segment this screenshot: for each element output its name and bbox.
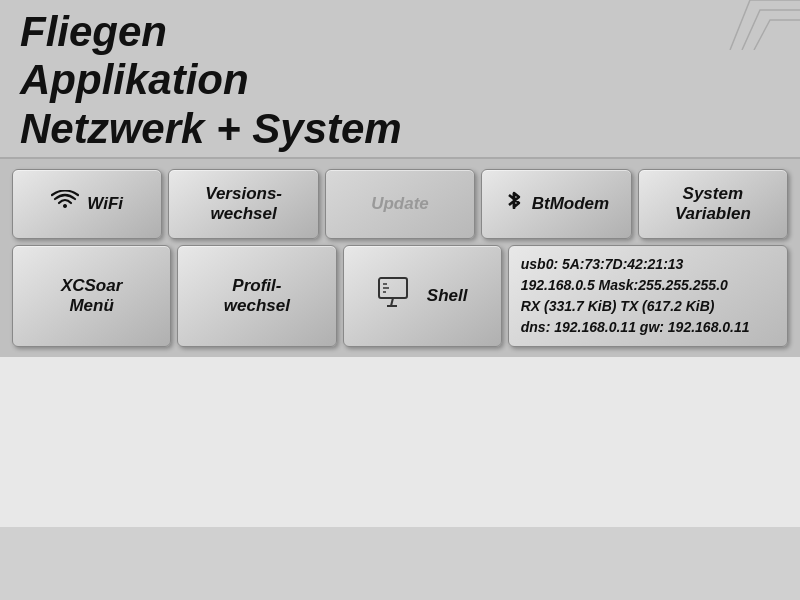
button-row-1: WiFi Versions- wechsel Update BtModem Sy… xyxy=(12,169,788,239)
bottom-area xyxy=(0,357,800,527)
btmodem-label: BtModem xyxy=(532,194,609,214)
systemvariablen-button[interactable]: System Variablen xyxy=(638,169,788,239)
header: Fliegen Applikation Netzwerk + System xyxy=(0,0,800,159)
svg-line-2 xyxy=(391,298,393,306)
network-info: usb0: 5A:73:7D:42:21:13 192.168.0.5 Mask… xyxy=(508,245,788,347)
network-line1: usb0: 5A:73:7D:42:21:13 xyxy=(521,254,750,275)
button-row-2: XCSoar Menü Profil- wechsel Shell usb0: xyxy=(12,245,788,347)
wifi-label: WiFi xyxy=(87,194,123,214)
update-label: Update xyxy=(371,194,429,214)
update-button[interactable]: Update xyxy=(325,169,475,239)
title-line1: Fliegen xyxy=(20,8,780,56)
wifi-button[interactable]: WiFi xyxy=(12,169,162,239)
versionswechsel-label: Versions- wechsel xyxy=(205,184,282,224)
bluetooth-icon xyxy=(504,189,524,218)
shell-label: Shell xyxy=(427,286,468,306)
profilwechsel-button[interactable]: Profil- wechsel xyxy=(177,245,336,347)
shell-button[interactable]: Shell xyxy=(343,245,502,347)
buttons-section: WiFi Versions- wechsel Update BtModem Sy… xyxy=(0,159,800,357)
network-line3: RX (331.7 KiB) TX (617.2 KiB) xyxy=(521,296,750,317)
network-line4: dns: 192.168.0.11 gw: 192.168.0.11 xyxy=(521,317,750,338)
network-info-text: usb0: 5A:73:7D:42:21:13 192.168.0.5 Mask… xyxy=(521,254,750,338)
wifi-icon xyxy=(51,190,79,218)
xcsoar-button[interactable]: XCSoar Menü xyxy=(12,245,171,347)
profilwechsel-label: Profil- wechsel xyxy=(224,276,290,316)
monitor-icon xyxy=(377,276,415,315)
corner-decoration xyxy=(720,0,800,50)
title-line3: Netzwerk + System xyxy=(20,105,780,153)
versionswechsel-button[interactable]: Versions- wechsel xyxy=(168,169,318,239)
network-line2: 192.168.0.5 Mask:255.255.255.0 xyxy=(521,275,750,296)
btmodem-button[interactable]: BtModem xyxy=(481,169,631,239)
systemvariablen-label: System Variablen xyxy=(675,184,751,224)
title-line2: Applikation xyxy=(20,56,780,104)
xcsoar-label: XCSoar Menü xyxy=(61,276,122,316)
